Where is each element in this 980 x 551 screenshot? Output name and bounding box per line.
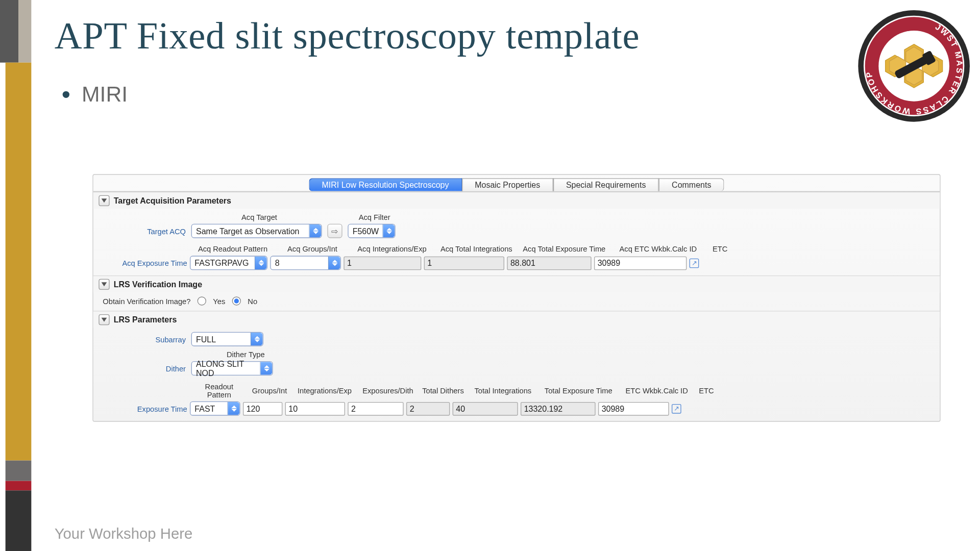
subarray-select[interactable]: FULL	[191, 332, 263, 346]
acq-intsexp-header: Acq Integrations/Exp	[352, 245, 432, 253]
acq-target-header: Acq Target	[191, 213, 328, 221]
lrs-intsexp-field[interactable]: 10	[285, 402, 345, 415]
section-title: LRS Parameters	[114, 315, 177, 324]
lrs-totalints-header: Total Integrations	[469, 386, 537, 394]
slide: APT Fixed slit spectroscopy template MIR…	[0, 0, 980, 551]
section-lrs: LRS Parameters Subarray FULL Dither Type…	[93, 311, 940, 421]
dither-type-header: Dither Type	[191, 350, 300, 359]
acq-filter-select[interactable]: F560W	[348, 224, 395, 238]
tab-bar: MIRI Low Resolution Spectroscopy Mosaic …	[93, 175, 940, 192]
lrs-expdith-field[interactable]: 2	[348, 402, 403, 415]
collapse-toggle[interactable]	[99, 195, 109, 206]
acq-calcid-header: Acq ETC Wkbk.Calc ID	[610, 245, 706, 253]
lrs-calcid-header: ETC Wkbk.Calc ID	[620, 386, 694, 394]
acq-etc-header: ETC	[708, 245, 731, 253]
section-verify: LRS Verification Image Obtain Verificati…	[93, 276, 940, 311]
acq-totalints-header: Acq Total Integrations	[435, 245, 518, 253]
lrs-etc-link-icon[interactable]: ↗	[672, 404, 681, 413]
tab-mosaic[interactable]: Mosaic Properties	[462, 178, 553, 191]
apt-panel: MIRI Low Resolution Spectroscopy Mosaic …	[92, 174, 940, 421]
chevron-down-icon	[102, 282, 107, 286]
verify-no-radio[interactable]	[232, 296, 241, 305]
target-acq-next-button[interactable]: ⇨	[327, 224, 342, 238]
lrs-totalexp-field: 13320.192	[521, 402, 596, 415]
bullet-text: MIRI	[82, 82, 128, 107]
lrs-calcid-field[interactable]: 30989	[598, 402, 669, 415]
lrs-totalints-field: 40	[453, 402, 518, 415]
jwst-logo: JWST MASTER CLASS WORKSHOP	[856, 8, 972, 124]
lrs-readout-select[interactable]: FAST	[190, 402, 240, 416]
target-acq-select[interactable]: Same Target as Observation	[191, 224, 322, 238]
lrs-readout-header: Readout Pattern	[192, 382, 246, 398]
acq-calcid-field[interactable]: 30989	[594, 256, 687, 270]
acq-etc-link-icon[interactable]: ↗	[690, 258, 699, 268]
lrs-exptime-label: Exposure Time	[103, 405, 187, 413]
acq-readout-header: Acq Readout Pattern	[192, 245, 273, 253]
dither-label: Dither	[103, 364, 186, 372]
footer-text: Your Workshop Here	[55, 525, 193, 543]
section-title: LRS Verification Image	[114, 280, 202, 289]
lrs-groups-header: Groups/Int	[249, 386, 291, 394]
acq-readout-select[interactable]: FASTGRPAVG	[190, 256, 267, 270]
bullet-item: MIRI	[63, 82, 128, 107]
section-title: Target Acquisition Parameters	[114, 196, 231, 206]
lrs-groups-field[interactable]: 120	[243, 402, 282, 415]
acq-totalexp-field: 88.801	[507, 256, 591, 270]
obtain-verify-label: Obtain Verification Image?	[103, 297, 190, 305]
section-acq: Target Acquisition Parameters Acq Target…	[93, 192, 940, 276]
verify-no-label: No	[248, 297, 257, 305]
verify-yes-label: Yes	[213, 297, 225, 305]
acq-intsexp-field: 1	[344, 256, 421, 270]
chevron-down-icon	[102, 318, 107, 322]
lrs-expdith-header: Exposures/Dith	[359, 386, 418, 394]
bullet-dot-icon	[63, 91, 69, 97]
chevron-down-icon	[102, 198, 107, 203]
acq-exptime-label: Acq Exposure Time	[103, 259, 187, 267]
collapse-toggle[interactable]	[99, 314, 109, 325]
tab-comments[interactable]: Comments	[659, 178, 724, 191]
acq-totalints-field: 1	[424, 256, 504, 270]
subarray-label: Subarray	[103, 335, 186, 343]
tab-miri-lrs[interactable]: MIRI Low Resolution Spectroscopy	[309, 178, 462, 191]
lrs-etc-header: ETC	[696, 386, 717, 394]
verify-yes-radio[interactable]	[198, 296, 206, 305]
page-title: APT Fixed slit spectroscopy template	[55, 14, 640, 57]
acq-totalexp-header: Acq Total Exposure Time	[521, 245, 608, 253]
dither-select[interactable]: ALONG SLIT NOD	[191, 361, 273, 375]
lrs-totaldith-header: Total Dithers	[420, 386, 467, 394]
target-acq-label: Target ACQ	[103, 227, 186, 235]
lrs-totaldith-field: 2	[406, 402, 450, 415]
acq-groups-header: Acq Groups/Int	[276, 245, 349, 253]
tab-special[interactable]: Special Requirements	[553, 178, 659, 191]
acq-filter-header: Acq Filter	[359, 213, 420, 221]
lrs-intsexp-header: Integrations/Exp	[293, 386, 356, 394]
side-decor	[0, 0, 31, 551]
acq-groups-select[interactable]: 8	[270, 256, 341, 270]
lrs-totalexp-header: Total Exposure Time	[540, 386, 617, 394]
collapse-toggle[interactable]	[99, 279, 109, 290]
